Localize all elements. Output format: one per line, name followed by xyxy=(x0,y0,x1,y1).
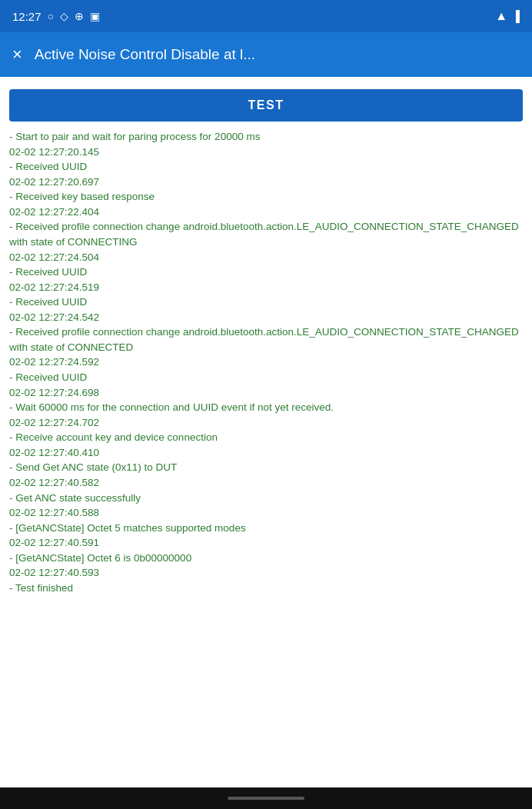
test-button[interactable]: TEST xyxy=(9,89,523,122)
log-line: 02-02 12:27:24.504 xyxy=(9,250,520,265)
close-button[interactable]: × xyxy=(12,45,22,65)
log-line: - Received key based response xyxy=(9,189,520,205)
log-line: - Received UUID xyxy=(9,295,520,310)
status-bar: 12:27 ○ ◇ ⊕ ▣ ▲ ▐ xyxy=(0,0,532,32)
log-line: - Received UUID xyxy=(9,265,520,280)
log-line: - Received profile connection change and… xyxy=(9,325,520,355)
log-line: 02-02 12:27:24.702 xyxy=(9,415,520,431)
main-content: TEST - Start to pair and wait for paring… xyxy=(0,77,532,787)
log-line: 02-02 12:27:22.404 xyxy=(9,205,520,220)
wifi-icon: ▲ xyxy=(495,9,507,23)
log-line: 02-02 12:27:40.582 xyxy=(9,475,520,491)
time-display: 12:27 xyxy=(12,10,42,23)
screen-icon: ▣ xyxy=(90,10,100,22)
log-line: - Start to pair and wait for paring proc… xyxy=(9,129,520,145)
log-line: 02-02 12:27:24.519 xyxy=(9,280,520,295)
log-line: - [GetANCState] Octet 5 matches supporte… xyxy=(9,521,520,536)
log-area[interactable]: - Start to pair and wait for paring proc… xyxy=(9,129,523,778)
page-title: Active Noise Control Disable at l... xyxy=(35,46,255,63)
status-bar-right: ▲ ▐ xyxy=(495,9,520,23)
battery-icon: ▐ xyxy=(512,10,520,22)
log-line: 02-02 12:27:24.698 xyxy=(9,385,520,401)
log-line: 02-02 12:27:40.410 xyxy=(9,445,520,461)
log-line: - Get ANC state successfully xyxy=(9,491,520,506)
log-line: 02-02 12:27:20.145 xyxy=(9,145,520,160)
title-bar: × Active Noise Control Disable at l... xyxy=(0,32,532,77)
phone-frame: 12:27 ○ ◇ ⊕ ▣ ▲ ▐ × Active Noise Control… xyxy=(0,0,532,809)
log-line: - Received profile connection change and… xyxy=(9,219,520,249)
data-icon: ⊕ xyxy=(75,10,84,22)
log-line: - Received UUID xyxy=(9,159,520,175)
log-line: 02-02 12:27:40.593 xyxy=(9,565,520,581)
log-line: - Wait 60000 ms for the connection and U… xyxy=(9,400,520,415)
signal-icon: ◇ xyxy=(60,10,68,22)
log-line: 02-02 12:27:24.592 xyxy=(9,355,520,370)
log-line: - Received UUID xyxy=(9,370,520,385)
bottom-bar xyxy=(0,787,532,809)
log-line: - Send Get ANC state (0x11) to DUT xyxy=(9,460,520,475)
log-line: 02-02 12:27:20.697 xyxy=(9,175,520,190)
status-bar-left: 12:27 ○ ◇ ⊕ ▣ xyxy=(12,10,100,23)
log-line: 02-02 12:27:40.591 xyxy=(9,535,520,551)
log-line: - Receive account key and device connect… xyxy=(9,430,520,445)
alarm-icon: ○ xyxy=(48,10,54,22)
log-line: - Test finished xyxy=(9,581,520,596)
log-line: 02-02 12:27:40.588 xyxy=(9,505,520,521)
log-line: - [GetANCState] Octet 6 is 0b00000000 xyxy=(9,551,520,566)
home-indicator xyxy=(228,797,304,800)
log-line: 02-02 12:27:24.542 xyxy=(9,310,520,325)
